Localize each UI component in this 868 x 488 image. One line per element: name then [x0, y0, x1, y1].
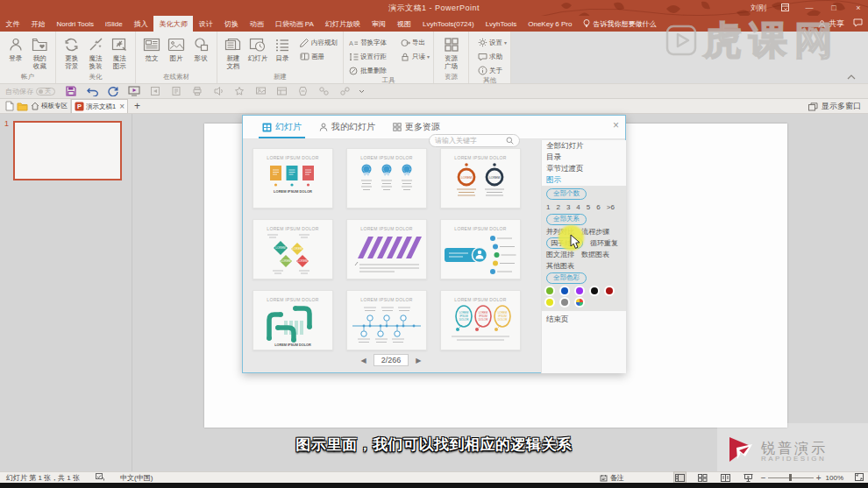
tab-slideshow[interactable]: 幻灯片放映 — [319, 16, 366, 32]
color-filter-blue[interactable] — [561, 287, 568, 294]
magic-dress-button[interactable]: 魔法 换装 — [83, 33, 107, 70]
qat-gray-icon-2[interactable] — [166, 85, 187, 98]
tab-view[interactable]: 视图 — [391, 16, 416, 32]
template-card-three-boxes[interactable]: LOREM IPSUM DOLOR LOREM IPSUM DOLOR — [253, 148, 333, 209]
color-filter-red[interactable] — [606, 287, 613, 294]
qat-gray-icon-1[interactable] — [145, 85, 166, 98]
replace-font-button[interactable]: A 替换字体 — [349, 38, 401, 47]
filter-all-colors[interactable]: 全部色彩 — [546, 272, 587, 284]
filter-count-1[interactable]: 1 — [546, 203, 550, 211]
qat-gray-icon-8[interactable] — [292, 85, 313, 98]
redo-icon[interactable] — [103, 85, 124, 98]
qat-gray-icon-10[interactable] — [334, 85, 355, 98]
export-button[interactable]: 导出 — [401, 38, 430, 47]
sidebar-item-section-pages[interactable]: 章节过渡页 — [542, 163, 626, 174]
qat-gray-icon-7[interactable] — [271, 85, 292, 98]
batch-delete-button[interactable]: 批量删除 — [349, 66, 401, 75]
user-name[interactable]: 刘刚 — [751, 3, 766, 14]
spellcheck-icon[interactable] — [96, 473, 104, 483]
filter-count-gt6[interactable]: >6 — [607, 203, 615, 211]
color-filter-rainbow[interactable] — [576, 299, 583, 306]
show-multiple-windows[interactable]: 显示多窗口 — [808, 99, 861, 114]
template-card-pipes[interactable]: LOREM IPSUM DOLOR LOREM IPSUM DOLOR — [253, 290, 333, 350]
tab-onekey[interactable]: OneKey 6 Pro — [523, 16, 578, 32]
about-button[interactable]: 关于 — [478, 66, 507, 75]
template-card-four-diamonds[interactable]: LOREM IPSUM DOLOR LOREMLOREMLOREMLOREM — [253, 219, 333, 279]
qat-more-arrow-icon[interactable] — [355, 85, 367, 98]
qat-gray-icon-5[interactable] — [229, 85, 250, 98]
qat-gray-icon-3[interactable] — [187, 85, 208, 98]
filter-relation-other[interactable]: 其他图表 — [546, 261, 574, 271]
change-background-button[interactable]: 更换 背景 — [60, 33, 83, 70]
ribbon-display-options-icon[interactable] — [779, 4, 791, 13]
template-card-diagonal-stripes[interactable]: LOREM IPSUM DOLOR — [346, 219, 427, 279]
reading-view-button[interactable] — [720, 472, 731, 483]
fit-to-window-icon[interactable] — [855, 473, 864, 483]
tab-meihua-dashi[interactable]: 美化大师 — [153, 16, 193, 32]
tab-pocket-animation[interactable]: 口袋动画 PA — [269, 16, 319, 32]
template-zone-tab[interactable]: 模板专区 — [28, 99, 71, 113]
tab-animations[interactable]: 动画 — [244, 16, 269, 32]
template-card-three-ovals[interactable]: LOREM IPSUM DOLOR LOREMIPSUMDOLOR LOREMI… — [440, 290, 521, 350]
next-page-button[interactable]: ▶ — [416, 357, 421, 364]
qat-gray-icon-6[interactable] — [250, 85, 271, 98]
minimize-button[interactable]: — — [803, 4, 815, 12]
zoom-slider[interactable] — [768, 472, 814, 483]
slides-button[interactable]: 幻灯片 — [245, 33, 270, 63]
undo-icon[interactable] — [82, 85, 103, 98]
sample-doc-button[interactable]: 范文 — [139, 33, 164, 63]
tab-lvyhtools[interactable]: LvyhTools — [480, 16, 523, 32]
album-button[interactable]: 画册 — [300, 52, 338, 61]
line-spacing-button[interactable]: 设置行距 — [349, 52, 401, 61]
filter-relation-cycle[interactable]: 循环重复 — [590, 238, 618, 248]
catalog-button[interactable]: 目录 — [270, 33, 295, 63]
filter-count-5[interactable]: 5 — [587, 203, 590, 211]
tab-lvyhtools-0724[interactable]: LvyhTools(0724) — [416, 16, 480, 32]
filter-all-counts[interactable]: 全部个数 — [546, 188, 587, 200]
color-filter-gray[interactable] — [561, 299, 568, 306]
slide-sorter-view-button[interactable] — [697, 472, 708, 483]
readonly-button[interactable]: 只读 ▾ — [401, 52, 430, 61]
document-tab[interactable]: P 演示文稿1 × — [71, 99, 128, 113]
template-card-two-donuts[interactable]: LOREM IPSUM DOLOR LOREM LOREM — [440, 148, 521, 209]
picture-button[interactable]: 图片 — [164, 33, 189, 63]
maximize-button[interactable]: □ — [828, 4, 840, 12]
zoom-level[interactable]: 100% — [826, 474, 843, 482]
dialog-tab-my-slides[interactable]: 我的幻灯片 — [310, 116, 384, 138]
color-filter-green[interactable] — [546, 287, 553, 294]
filter-count-4[interactable]: 4 — [576, 203, 580, 211]
tab-transitions[interactable]: 切换 — [218, 16, 244, 32]
dialog-close-button[interactable]: × — [613, 120, 619, 131]
color-filter-yellow[interactable] — [546, 299, 553, 306]
magic-diagram-button[interactable]: 魔法 图示 — [108, 33, 132, 70]
zoom-out-button[interactable]: − — [761, 473, 766, 483]
zoom-in-button[interactable]: + — [816, 473, 822, 483]
notes-button[interactable]: 备注 — [600, 473, 624, 483]
sidebar-item-end-page[interactable]: 结束页 — [542, 314, 626, 325]
content-plan-button[interactable]: 内容规划 — [300, 38, 338, 47]
tab-home[interactable]: 开始 — [25, 16, 51, 32]
tab-file[interactable]: 文件 — [0, 16, 25, 32]
tab-islide[interactable]: iSlide — [100, 16, 129, 32]
prev-page-button[interactable]: ◀ — [361, 357, 366, 364]
normal-view-button[interactable] — [674, 472, 686, 483]
tell-me-box[interactable]: 告诉我你想要做什么 — [578, 16, 662, 32]
zoom-slider-thumb[interactable] — [789, 474, 792, 481]
slideshow-view-button[interactable] — [743, 472, 754, 483]
template-card-banner-bullets[interactable]: LOREM IPSUM DOLOR — [440, 219, 521, 279]
my-favorites-button[interactable]: 我的 收藏 — [28, 33, 53, 70]
sidebar-item-diagrams[interactable]: 图示 — [542, 174, 626, 186]
slide-thumbnail[interactable] — [13, 121, 122, 180]
sidebar-item-catalog[interactable]: 目录 — [542, 152, 626, 163]
filter-all-relations[interactable]: 全部关系 — [546, 214, 587, 225]
color-filter-black[interactable] — [591, 287, 598, 294]
filter-count-3[interactable]: 3 — [566, 203, 570, 211]
start-slideshow-icon[interactable] — [124, 85, 145, 98]
tab-review[interactable]: 审阅 — [366, 16, 391, 32]
collapse-ribbon-icon[interactable] — [847, 74, 856, 80]
tab-design[interactable]: 设计 — [193, 16, 218, 32]
settings-button[interactable]: 设置 ▾ — [478, 38, 507, 47]
color-filter-purple[interactable] — [576, 287, 583, 294]
dialog-tab-slides[interactable]: 幻灯片 — [253, 116, 310, 138]
save-icon[interactable] — [60, 85, 82, 98]
